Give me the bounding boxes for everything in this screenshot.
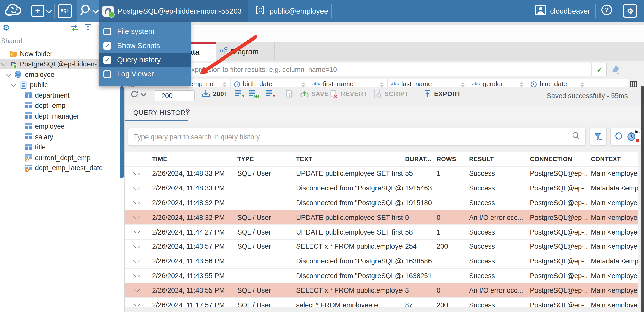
grid-column-last_name[interactable]: abclast_name xyxy=(388,79,469,87)
history-row[interactable]: 2/26/2024, 11:43:56 PMDisconnected from … xyxy=(124,254,638,268)
menu-item-log-viewer[interactable]: Log Viewer xyxy=(99,67,191,81)
view-icon xyxy=(24,164,32,172)
fetch-more-button[interactable]: 200+ xyxy=(201,90,228,98)
row-expand-chevron-icon[interactable] xyxy=(124,274,150,277)
auto-refresh-timer-icon[interactable]: 5s xyxy=(627,131,638,142)
duplicate-row-button[interactable]: (+) xyxy=(248,90,259,98)
revert-button[interactable]: REVERT xyxy=(330,90,367,99)
grid-column-first_name[interactable]: abcfirst_name xyxy=(309,79,388,87)
table-icon xyxy=(24,143,32,151)
new-connection-button[interactable]: + xyxy=(31,5,51,17)
fetch-size-input[interactable]: 200 xyxy=(155,90,195,101)
sidebar-scrollbar[interactable] xyxy=(120,86,124,178)
grid-column-gender[interactable]: abcgender xyxy=(469,79,527,87)
sort-icon[interactable] xyxy=(223,82,227,87)
search-icon xyxy=(572,132,580,142)
tree-item-current-dept-emp[interactable]: current_dept_emp xyxy=(0,152,124,163)
script-button[interactable]: SCRIPT xyxy=(373,90,408,99)
editor-tab-strip xyxy=(124,25,644,42)
script-icon xyxy=(373,90,382,99)
history-column-type[interactable]: TYPE xyxy=(235,155,294,163)
close-panel-icon[interactable]: × xyxy=(186,106,190,114)
schema-selector[interactable]: public@employee xyxy=(255,5,328,17)
row-expand-chevron-icon[interactable] xyxy=(124,216,150,219)
expand-chevron-icon[interactable] xyxy=(11,81,17,87)
right-scrollbar[interactable] xyxy=(641,86,644,312)
sort-icon[interactable] xyxy=(380,82,384,87)
tree-item-dept-emp-latest-date[interactable]: dept_emp_latest_date xyxy=(0,163,124,173)
menu-item-show-scripts[interactable]: ✓Show Scripts xyxy=(99,38,191,53)
history-row[interactable]: 2/26/2024, 11:43:57 PMSQL / UserSELECT x… xyxy=(124,239,638,254)
row-expand-chevron-icon[interactable] xyxy=(124,172,150,175)
tab-query-history[interactable]: QUERY HISTORY xyxy=(133,109,190,116)
postgres-icon xyxy=(9,60,17,68)
sync-connection-icon[interactable] xyxy=(70,24,79,34)
export-button[interactable]: EXPORT xyxy=(423,90,461,98)
user-menu[interactable]: cloudbeaver xyxy=(535,4,590,17)
history-row[interactable]: 2/26/2024, 11:43:55 PMDisconnected from … xyxy=(124,268,638,283)
history-row[interactable]: 2/26/2024, 11:43:55 PMSQL / UserSELECT x… xyxy=(124,283,638,298)
expand-chevron-icon[interactable] xyxy=(6,71,12,77)
settings-button[interactable]: ⚙ xyxy=(623,4,637,18)
tree-item-salary[interactable]: salary xyxy=(0,132,124,142)
grid-column-hire_date[interactable]: hire_date xyxy=(527,79,588,87)
expand-chevron-icon[interactable] xyxy=(1,61,7,66)
row-expand-chevron-icon[interactable] xyxy=(124,245,150,248)
refresh-icon xyxy=(130,90,139,99)
row-expand-chevron-icon[interactable] xyxy=(124,187,150,190)
grid-presentation-icon[interactable] xyxy=(630,80,637,87)
row-expand-chevron-icon[interactable] xyxy=(124,303,150,306)
tree-item-dept-manager[interactable]: dept_manager xyxy=(0,111,124,121)
add-row-button[interactable] xyxy=(235,90,244,98)
connection-tab[interactable]: PostgreSQL@ep-hidden-moon-55203 xyxy=(99,0,249,22)
history-column-context[interactable]: CONTEXT xyxy=(588,155,638,163)
sort-icon[interactable] xyxy=(519,82,523,87)
history-row[interactable]: 2/26/2024, 11:44:27 PMSQL / UserUPDATE p… xyxy=(124,224,638,239)
history-column-durat[interactable]: DURAT... xyxy=(403,155,434,163)
tree-item-dept-emp[interactable]: dept_emp xyxy=(0,101,124,111)
history-row[interactable]: 2/26/2024, 11:48:32 PMSQL / UserUPDATE p… xyxy=(124,210,638,225)
history-row[interactable]: 2/26/2024, 11:48:32 PMDisconnected from … xyxy=(124,195,638,210)
tree-item-employee[interactable]: employee xyxy=(0,121,124,132)
tab-diagram[interactable]: Diagram xyxy=(216,42,275,61)
tree-item-title[interactable]: title xyxy=(0,142,124,152)
history-column-text[interactable]: TEXT xyxy=(294,155,403,163)
history-row[interactable]: 2/26/2024, 11:48:33 PMSQL / UserUPDATE p… xyxy=(124,166,638,181)
help-button[interactable]: ? xyxy=(601,4,613,18)
collapse-all-icon[interactable] xyxy=(84,24,92,33)
sort-icon[interactable] xyxy=(461,82,465,87)
checkbox-icon xyxy=(103,70,111,78)
view-menu-button[interactable] xyxy=(77,0,99,22)
apply-filter-check-icon[interactable]: ✓ xyxy=(591,63,607,76)
history-refresh-icon[interactable] xyxy=(614,131,623,143)
row-expand-chevron-icon[interactable] xyxy=(124,260,150,263)
menu-item-query-history[interactable]: ✓Query history xyxy=(99,53,191,67)
history-column-result[interactable]: RESULT xyxy=(467,155,527,163)
history-filter-button[interactable] xyxy=(590,128,607,146)
sort-icon[interactable] xyxy=(580,82,584,87)
clear-filter-eraser-icon[interactable] xyxy=(610,64,621,76)
grid-column-birth_date[interactable]: birth_date xyxy=(231,79,309,87)
history-column-time[interactable]: TIME xyxy=(150,155,235,163)
history-search-input[interactable]: Type query part to search in query histo… xyxy=(128,128,586,146)
history-row[interactable]: 2/26/2024, 11:48:33 PMDisconnected from … xyxy=(124,181,638,196)
history-header-row: TIMETYPETEXTDURAT...ROWSRESULTCONNECTION… xyxy=(124,152,638,166)
sql-editor-button[interactable]: SQL xyxy=(58,4,72,18)
tools-wrench-icon xyxy=(79,4,91,18)
row-expand-chevron-icon[interactable] xyxy=(124,201,150,204)
menu-item-file-system[interactable]: File system xyxy=(99,24,191,38)
row-expand-chevron-icon[interactable] xyxy=(124,289,150,292)
sort-icon[interactable] xyxy=(301,82,305,87)
history-column-connection[interactable]: CONNECTION xyxy=(527,155,588,163)
tree-item-department[interactable]: department xyxy=(0,90,124,101)
delete-row-button[interactable] xyxy=(266,90,275,98)
text-type-icon: abc xyxy=(391,81,399,86)
refresh-button[interactable] xyxy=(130,90,146,99)
save-button[interactable]: SAVE xyxy=(300,90,329,98)
filter-expression-input[interactable]: expression to filter results, e.g. colum… xyxy=(128,63,607,76)
workspace-settings-gear-icon[interactable]: ⚙ xyxy=(3,23,10,32)
refresh-document-icon[interactable] xyxy=(285,90,294,99)
history-column-rows[interactable]: ROWS xyxy=(434,155,467,163)
shared-section-label: Shared xyxy=(1,37,22,45)
row-expand-chevron-icon[interactable] xyxy=(124,230,150,233)
